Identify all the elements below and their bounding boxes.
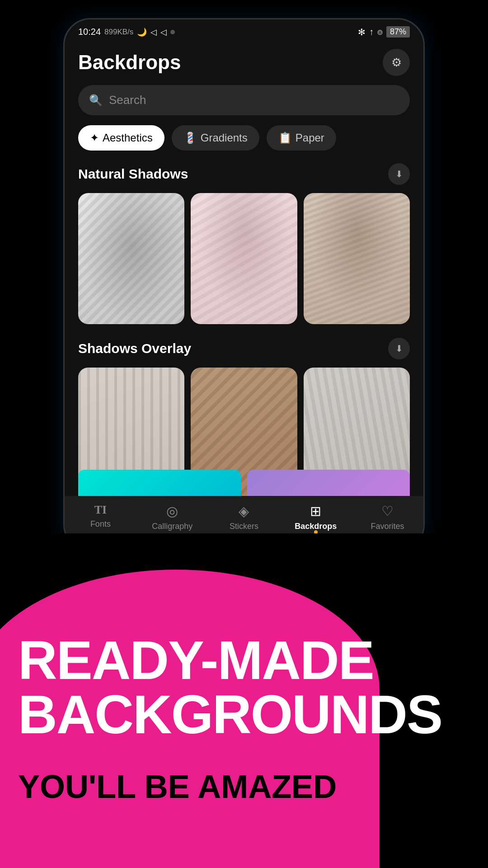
status-bar: 10:24 899KB/s 🌙 ◁ ◁ ✻ ↑ ⌾ 87% — [65, 19, 423, 44]
nav-calligraphy[interactable]: ◎ Calligraphy — [136, 503, 208, 531]
paper-icon: 📋 — [278, 132, 292, 144]
gradients-label: Gradients — [201, 132, 248, 144]
settings-icon: ⚙ — [391, 56, 402, 70]
camera-dot — [170, 30, 175, 34]
favorites-icon: ♡ — [381, 503, 394, 519]
favorites-label: Favorites — [371, 522, 404, 531]
fonts-label: Fonts — [90, 519, 111, 529]
backdrops-icon: ⊞ — [310, 503, 321, 519]
teaser-purple — [247, 470, 410, 497]
signal-icon: ↑ — [369, 27, 374, 37]
battery-icon: 87% — [386, 26, 410, 38]
nav-stickers[interactable]: ◈ Stickers — [208, 503, 280, 531]
calligraphy-label: Calligraphy — [152, 522, 192, 531]
marketing-main-text: READY-MADE BACKGROUNDS — [18, 633, 470, 741]
settings-button[interactable]: ⚙ — [383, 49, 410, 76]
stickers-label: Stickers — [230, 522, 258, 531]
tab-paper[interactable]: 📋 Paper — [267, 125, 336, 151]
wifi-icon: ⌾ — [377, 27, 383, 37]
natural-shadows-grid — [78, 193, 410, 324]
category-tabs: ✦ Aesthetics 💈 Gradients 📋 Paper — [78, 125, 410, 151]
paper-label: Paper — [296, 132, 324, 144]
page-title: Backdrops — [78, 51, 181, 74]
nav-fonts[interactable]: TI Fonts — [65, 503, 136, 529]
location-icon2: ◁ — [160, 27, 167, 37]
nav-backdrops[interactable]: ⊞ Backdrops — [280, 503, 352, 531]
search-icon: 🔍 — [89, 94, 103, 107]
bottom-teaser — [65, 470, 423, 497]
moon-icon: 🌙 — [137, 27, 147, 37]
gradients-icon: 💈 — [183, 132, 197, 144]
wallpaper-natural-3[interactable] — [304, 193, 410, 324]
status-time: 10:24 — [78, 27, 101, 37]
wallpaper-natural-1[interactable] — [78, 193, 184, 324]
nav-favorites[interactable]: ♡ Favorites — [352, 503, 423, 531]
phone-frame: 10:24 899KB/s 🌙 ◁ ◁ ✻ ↑ ⌾ 87% Backdrops … — [63, 18, 425, 552]
header: Backdrops ⚙ — [78, 49, 410, 76]
natural-shadows-header: Natural Shadows ⬇ — [78, 163, 410, 185]
natural-shadows-title: Natural Shadows — [78, 166, 188, 182]
search-bar[interactable]: 🔍 Search — [78, 85, 410, 115]
wallpaper-natural-2[interactable] — [191, 193, 297, 324]
calligraphy-icon: ◎ — [166, 503, 178, 519]
marketing-area: READY-MADE BACKGROUNDS YOU'LL BE AMAZED — [0, 533, 488, 868]
tab-aesthetics[interactable]: ✦ Aesthetics — [78, 125, 164, 151]
status-left: 10:24 899KB/s 🌙 ◁ ◁ — [78, 27, 175, 37]
tab-gradients[interactable]: 💈 Gradients — [172, 125, 259, 151]
marketing-sub-text: YOU'LL BE AMAZED — [18, 769, 470, 805]
status-right: ✻ ↑ ⌾ 87% — [358, 26, 410, 38]
teaser-teal — [78, 470, 241, 497]
natural-shadows-download[interactable]: ⬇ — [388, 163, 410, 185]
location-icon: ◁ — [150, 27, 157, 37]
download-icon: ⬇ — [395, 169, 403, 179]
status-network: 899KB/s — [104, 28, 133, 37]
download-icon-2: ⬇ — [395, 343, 403, 354]
phone-screen: 10:24 899KB/s 🌙 ◁ ◁ ✻ ↑ ⌾ 87% Backdrops … — [65, 19, 423, 550]
shadows-overlay-title: Shadows Overlay — [78, 341, 191, 356]
aesthetics-icon: ✦ — [90, 132, 99, 144]
bluetooth-icon: ✻ — [358, 27, 366, 38]
fonts-icon: TI — [94, 503, 107, 517]
shadows-overlay-header: Shadows Overlay ⬇ — [78, 338, 410, 359]
stickers-icon: ◈ — [239, 503, 249, 519]
backdrops-label: Backdrops — [295, 522, 337, 531]
aesthetics-label: Aesthetics — [103, 132, 153, 144]
search-placeholder: Search — [109, 93, 146, 107]
shadows-overlay-download[interactable]: ⬇ — [388, 338, 410, 359]
